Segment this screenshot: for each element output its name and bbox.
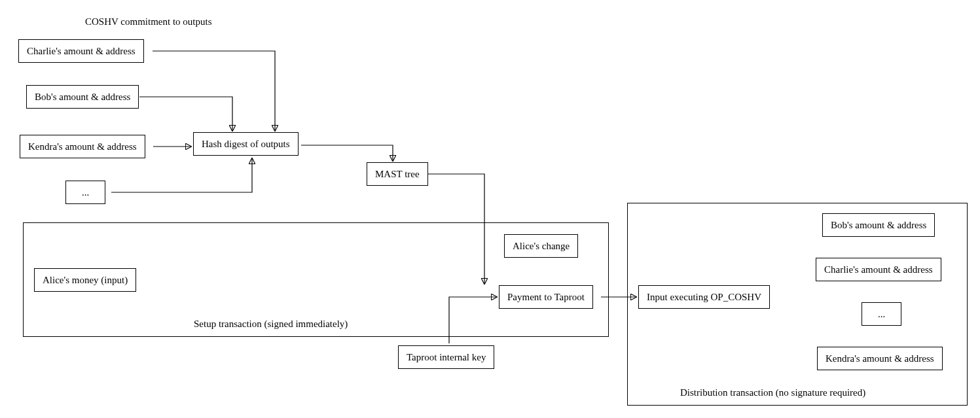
node-dist-kendra: Kendra's amount & address xyxy=(817,347,943,370)
node-dist-ellipsis: ... xyxy=(862,302,901,326)
node-taproot-key: Taproot internal key xyxy=(398,345,494,369)
node-alice-money: Alice's money (input) xyxy=(34,268,136,292)
title-coshv-commitment: COSHV commitment to outputs xyxy=(85,16,211,27)
node-mast-tree: MAST tree xyxy=(367,162,428,186)
node-bob-amount: Bob's amount & address xyxy=(26,85,139,109)
diagram-canvas: COSHV commitment to outputs Charlie's am… xyxy=(0,0,980,418)
node-payment-taproot: Payment to Taproot xyxy=(499,285,593,309)
node-charlie-amount: Charlie's amount & address xyxy=(18,39,144,63)
cluster-setup-label: Setup transaction (signed immediately) xyxy=(194,319,348,330)
node-input-executing: Input executing OP_COSHV xyxy=(638,285,770,309)
node-alice-change: Alice's change xyxy=(504,234,578,258)
node-kendra-amount: Kendra's amount & address xyxy=(20,135,145,158)
node-ellipsis: ... xyxy=(65,181,105,204)
node-hash-digest: Hash digest of outputs xyxy=(193,132,299,156)
node-dist-bob: Bob's amount & address xyxy=(822,213,935,237)
cluster-distribution-label: Distribution transaction (no signature r… xyxy=(680,387,865,398)
node-dist-charlie: Charlie's amount & address xyxy=(816,258,941,281)
